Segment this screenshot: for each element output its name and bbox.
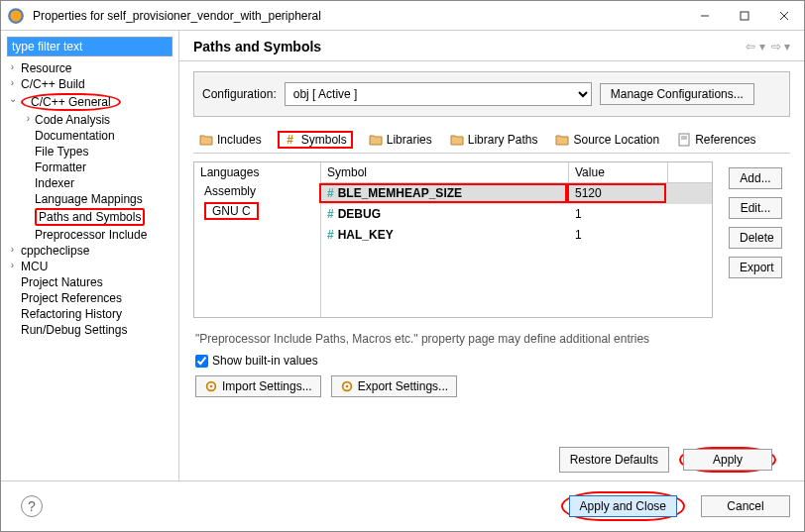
expander-icon[interactable]: ⌄ [7,93,18,104]
expander-icon[interactable]: › [23,113,34,124]
tab-source-location[interactable]: Source Location [553,132,661,148]
export-settings-button[interactable]: Export Settings... [331,375,457,397]
folder-icon [199,133,213,147]
tree-item-indexer[interactable]: Indexer [7,175,172,191]
minimize-button[interactable] [685,1,725,30]
folder-icon [450,133,464,147]
hash-icon: # [327,207,334,221]
delete-button[interactable]: Delete [729,227,782,249]
svg-point-11 [345,385,348,388]
window-title: Properties for self_provisioner_vendor_w… [31,9,685,23]
configuration-select[interactable]: obj [ Active ] [285,82,592,106]
cancel-button[interactable]: Cancel [701,495,790,517]
folder-icon [555,133,569,147]
tree-item-project-references[interactable]: Project References [7,290,172,306]
filter-input[interactable] [7,37,172,56]
page-title: Paths and Symbols [193,39,746,54]
maximize-button[interactable] [725,1,764,30]
symbol-row[interactable]: # BLE_MEMHEAP_SIZE5120 [321,183,712,204]
edit-button[interactable]: Edit... [729,197,782,219]
forward-icon[interactable]: ⇨ ▾ [771,40,790,53]
close-button[interactable] [764,1,804,30]
value-column-header[interactable]: Value [569,162,668,182]
hash-icon: # [327,186,334,200]
tree-item-code-analysis[interactable]: ›Code Analysis [7,112,172,128]
import-settings-button[interactable]: Import Settings... [195,375,321,397]
tree-item-file-types[interactable]: File Types [7,144,172,160]
folder-icon [369,133,383,147]
configuration-label: Configuration: [202,87,277,101]
tree-item-paths-and-symbols[interactable]: Paths and Symbols [7,207,172,227]
hash-icon: # [327,228,334,242]
tree-item-run-debug-settings[interactable]: Run/Debug Settings [7,322,172,338]
tab-references[interactable]: References [675,132,757,148]
configuration-group: Configuration: obj [ Active ] Manage Con… [193,71,790,117]
app-icon [7,7,25,25]
tab-includes[interactable]: Includes [197,132,264,148]
export-button[interactable]: Export [729,257,782,278]
expander-icon[interactable]: › [7,244,18,255]
tree-item-resource[interactable]: ›Resource [7,60,172,76]
show-builtin-label: Show built-in values [212,354,318,368]
expander-icon[interactable]: › [7,61,18,72]
tree-item-documentation[interactable]: Documentation [7,128,172,144]
tree-item-language-mappings[interactable]: Language Mappings [7,191,172,207]
apply-button[interactable]: Apply [683,449,772,471]
tree-item-formatter[interactable]: Formatter [7,160,172,175]
help-icon[interactable]: ? [21,495,43,517]
tab-libraries[interactable]: Libraries [367,132,434,148]
show-builtin-toggle[interactable] [195,355,208,368]
language-item-gnu-c[interactable]: GNU C [194,200,320,222]
language-item-assembly[interactable]: Assembly [194,182,320,200]
show-builtin-checkbox[interactable]: Show built-in values [195,354,788,368]
svg-point-0 [9,9,23,23]
symbol-row[interactable]: # HAL_KEY1 [321,225,712,246]
svg-rect-5 [679,134,689,146]
tree-item-project-natures[interactable]: Project Natures [7,274,172,290]
tree-item-cppcheclipse[interactable]: ›cppcheclipse [7,243,172,259]
doc-icon [677,133,691,147]
languages-header: Languages [194,162,320,182]
tab-symbols[interactable]: #Symbols [278,131,353,149]
symbol-column-header[interactable]: Symbol [321,162,569,182]
restore-defaults-button[interactable]: Restore Defaults [559,447,669,473]
gear-icon [204,379,218,393]
manage-configs-button[interactable]: Manage Configurations... [600,83,754,105]
tree-item-preprocessor-include[interactable]: Preprocessor Include [7,227,172,243]
svg-point-9 [210,385,213,388]
tab-library-paths[interactable]: Library Paths [448,132,540,148]
expander-icon[interactable]: › [7,77,18,88]
expander-icon[interactable]: › [7,260,18,270]
gear-icon [340,379,354,393]
note-text: "Preprocessor Include Paths, Macros etc.… [195,332,788,346]
apply-and-close-button[interactable]: Apply and Close [569,495,677,517]
tree-item-c-c-general[interactable]: ⌄C/C++ General [7,92,172,112]
tree-item-mcu[interactable]: ›MCU [7,259,172,274]
back-icon[interactable]: ⇦ ▾ [746,40,764,53]
svg-rect-2 [741,12,748,20]
hash-icon: # [284,133,297,147]
tree-item-c-c-build[interactable]: ›C/C++ Build [7,76,172,92]
add-button[interactable]: Add... [729,167,782,189]
symbol-row[interactable]: # DEBUG1 [321,204,712,225]
tree-item-refactoring-history[interactable]: Refactoring History [7,306,172,322]
